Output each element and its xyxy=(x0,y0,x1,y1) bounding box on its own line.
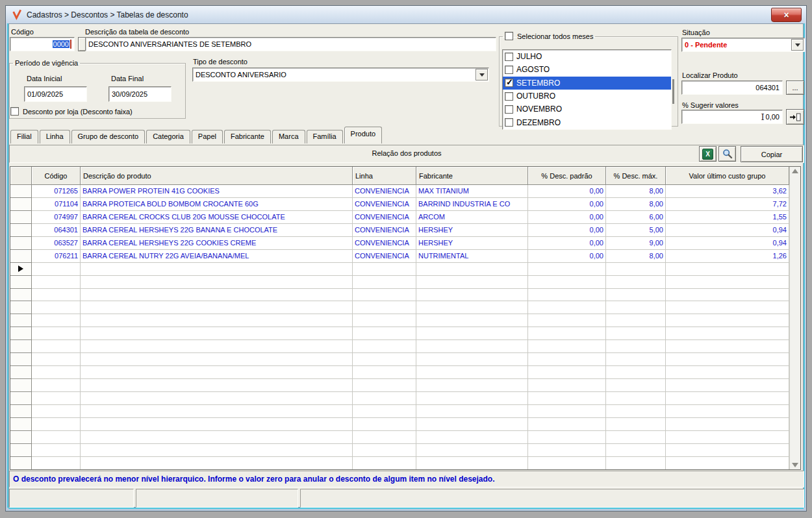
cell-fabricante[interactable] xyxy=(416,289,528,302)
cell-desc_padrao[interactable] xyxy=(528,276,606,289)
cell-linha[interactable]: CONVENIENCIA xyxy=(353,185,416,198)
cell-valor_ultimo_custo[interactable]: 1,26 xyxy=(666,250,789,263)
cell-linha[interactable] xyxy=(353,392,416,405)
cell-valor_ultimo_custo[interactable] xyxy=(666,431,789,444)
cell-fabricante[interactable] xyxy=(416,431,528,444)
cell-valor_ultimo_custo[interactable] xyxy=(666,392,789,405)
cell-desc_padrao[interactable]: 0,00 xyxy=(528,224,606,237)
cell-valor_ultimo_custo[interactable] xyxy=(666,457,789,470)
table-row[interactable] xyxy=(10,289,789,302)
cell-valor_ultimo_custo[interactable] xyxy=(666,314,789,327)
row-indicator-cell[interactable] xyxy=(10,185,32,198)
row-indicator-cell[interactable] xyxy=(10,198,32,211)
row-indicator-cell[interactable] xyxy=(10,353,32,366)
export-excel-button[interactable]: X xyxy=(699,146,717,162)
table-row[interactable] xyxy=(10,431,789,444)
cell-descricao[interactable] xyxy=(81,289,353,302)
cell-descricao[interactable] xyxy=(81,314,353,327)
months-scrollbar-thumb[interactable] xyxy=(672,79,674,104)
row-indicator-cell[interactable] xyxy=(10,405,32,418)
cell-valor_ultimo_custo[interactable] xyxy=(666,340,789,353)
cell-desc_max[interactable]: 9,00 xyxy=(606,237,666,250)
cell-desc_max[interactable] xyxy=(606,431,666,444)
cell-descricao[interactable] xyxy=(81,366,353,379)
cell-fabricante[interactable] xyxy=(416,392,528,405)
cell-descricao[interactable] xyxy=(81,444,353,457)
close-button[interactable]: × xyxy=(771,8,802,22)
row-indicator-cell[interactable] xyxy=(10,289,32,302)
table-row[interactable] xyxy=(10,314,789,327)
cell-desc_max[interactable] xyxy=(606,457,666,470)
cell-desc_max[interactable] xyxy=(606,289,666,302)
cell-desc_max[interactable]: 8,00 xyxy=(606,185,666,198)
cell-fabricante[interactable] xyxy=(416,301,528,314)
cell-desc_max[interactable] xyxy=(606,418,666,431)
cell-linha[interactable]: CONVENIENCIA xyxy=(353,211,416,224)
cell-codigo[interactable] xyxy=(32,392,81,405)
cell-desc_max[interactable]: 5,00 xyxy=(606,224,666,237)
month-item-julho[interactable]: JULHO xyxy=(503,50,671,63)
table-row[interactable]: 064301BARRA CEREAL HERSHEYS 22G BANANA E… xyxy=(10,224,789,237)
cell-fabricante[interactable] xyxy=(416,379,528,392)
cell-codigo[interactable] xyxy=(32,366,81,379)
cell-codigo[interactable] xyxy=(32,327,81,340)
tab-familia[interactable]: Família xyxy=(307,130,343,143)
column-header-codigo[interactable]: Código xyxy=(32,167,81,185)
cell-desc_padrao[interactable] xyxy=(528,392,606,405)
cell-valor_ultimo_custo[interactable] xyxy=(666,263,789,276)
cell-linha[interactable]: CONVENIENCIA xyxy=(353,237,416,250)
tab-grupo-de-desconto[interactable]: Grupo de desconto xyxy=(71,130,146,143)
cell-linha[interactable] xyxy=(353,405,416,418)
cell-descricao[interactable] xyxy=(81,301,353,314)
cell-desc_max[interactable]: 8,00 xyxy=(606,250,666,263)
table-row[interactable] xyxy=(10,340,789,353)
table-row[interactable]: 071104BARRA PROTEICA BOLD BOMBOM CROCANT… xyxy=(10,198,789,211)
cell-linha[interactable] xyxy=(353,353,416,366)
row-indicator-cell[interactable] xyxy=(10,418,32,431)
cell-desc_padrao[interactable] xyxy=(528,301,606,314)
month-item-agosto[interactable]: AGOSTO xyxy=(503,63,671,76)
cell-desc_max[interactable] xyxy=(606,366,666,379)
row-indicator-cell[interactable] xyxy=(10,379,32,392)
month-checkbox[interactable] xyxy=(505,66,513,74)
cell-codigo[interactable] xyxy=(32,276,81,289)
desconto-loja-checkbox[interactable] xyxy=(10,107,19,116)
tab-papel[interactable]: Papel xyxy=(192,130,223,143)
cell-desc_max[interactable]: 6,00 xyxy=(606,211,666,224)
cell-desc_padrao[interactable] xyxy=(528,405,606,418)
cell-codigo[interactable] xyxy=(32,444,81,457)
copy-button[interactable]: Copiar xyxy=(741,146,803,162)
month-checkbox[interactable] xyxy=(505,79,513,87)
cell-fabricante[interactable]: HERSHEY xyxy=(416,237,528,250)
cell-desc_max[interactable] xyxy=(606,263,666,276)
table-row[interactable]: 063527BARRA CEREAL HERSHEYS 22G COOKIES … xyxy=(10,237,789,250)
cell-linha[interactable] xyxy=(353,379,416,392)
cell-linha[interactable] xyxy=(353,366,416,379)
cell-fabricante[interactable] xyxy=(416,444,528,457)
select-all-months-checkbox[interactable] xyxy=(505,32,513,40)
month-item-outubro[interactable]: OUTUBRO xyxy=(503,90,671,103)
title-bar[interactable]: Cadastros > Descontos > Tabelas de desco… xyxy=(6,6,806,23)
cell-linha[interactable] xyxy=(353,457,416,470)
grid-vertical-scrollbar[interactable] xyxy=(789,167,800,469)
cell-descricao[interactable] xyxy=(81,276,353,289)
cell-fabricante[interactable] xyxy=(416,405,528,418)
cell-codigo[interactable]: 074997 xyxy=(32,211,81,224)
row-indicator-cell[interactable] xyxy=(10,392,32,405)
month-checkbox[interactable] xyxy=(505,92,513,101)
cell-valor_ultimo_custo[interactable] xyxy=(666,276,789,289)
cell-desc_max[interactable] xyxy=(606,276,666,289)
cell-codigo[interactable]: 063527 xyxy=(32,237,81,250)
cell-valor_ultimo_custo[interactable]: 0,94 xyxy=(666,237,789,250)
cell-desc_padrao[interactable] xyxy=(528,418,606,431)
data-inicial-input[interactable]: 01/09/2025 xyxy=(24,86,87,102)
column-header-descricao-do-produto[interactable]: Descrição do produto xyxy=(81,167,353,185)
tab-linha[interactable]: Linha xyxy=(40,130,70,143)
cell-fabricante[interactable]: NUTRIMENTAL xyxy=(416,250,528,263)
cell-descricao[interactable]: BARRA CEREAL CROCKS CLUB 20G MOUSSE CHOC… xyxy=(81,211,353,224)
cell-valor_ultimo_custo[interactable] xyxy=(666,444,789,457)
cell-desc_max[interactable] xyxy=(606,353,666,366)
column-header-valor-ultimo-custo-grupo[interactable]: Valor último custo grupo xyxy=(666,167,789,185)
column-header--desc-padrao[interactable]: % Desc. padrão xyxy=(528,167,606,185)
cell-fabricante[interactable] xyxy=(416,353,528,366)
